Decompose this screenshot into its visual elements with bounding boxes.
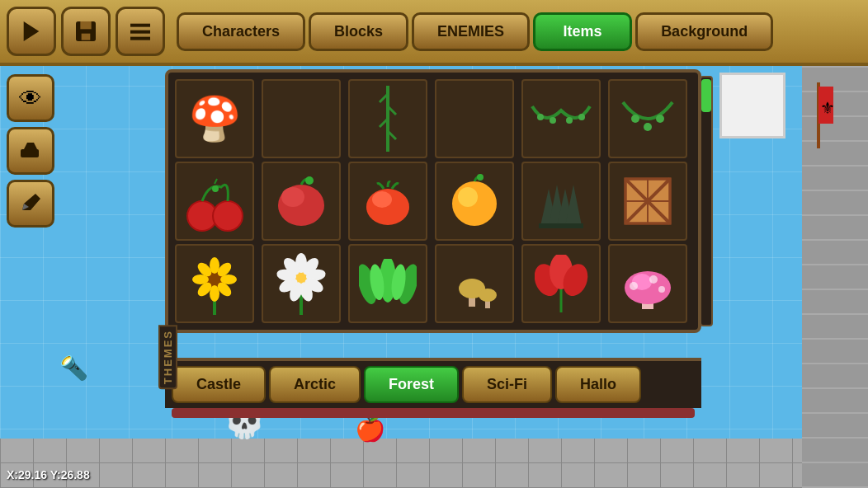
- svg-rect-5: [80, 21, 91, 29]
- item-grid: 🍄: [175, 79, 691, 323]
- svg-point-29: [212, 185, 219, 192]
- tab-blocks[interactable]: Blocks: [309, 12, 408, 51]
- item-cell-empty-1[interactable]: [262, 79, 341, 158]
- svg-rect-6: [82, 34, 91, 40]
- svg-line-28: [215, 179, 217, 184]
- theme-tab-castle[interactable]: Castle: [172, 366, 266, 403]
- eye-tool-button[interactable]: 👁: [7, 74, 54, 122]
- tab-items[interactable]: Items: [533, 12, 632, 51]
- item-cell-crate[interactable]: [608, 162, 687, 241]
- theme-bar: Castle Arctic Forest Sci-Fi Hallo: [165, 358, 701, 418]
- item-panel: 🍄: [165, 69, 701, 333]
- panel-scrollbar[interactable]: [700, 76, 713, 326]
- tab-enemies[interactable]: ENEMIES: [412, 12, 530, 51]
- save-button[interactable]: [61, 7, 111, 56]
- theme-tab-scifi[interactable]: Sci-Fi: [462, 366, 552, 403]
- coord-display: X:29.16 Y:26.88: [7, 468, 90, 481]
- main-toolbar: Characters Blocks ENEMIES Items Backgrou…: [0, 0, 868, 66]
- svg-point-89: [658, 286, 665, 293]
- svg-point-22: [578, 114, 585, 120]
- svg-point-87: [630, 282, 638, 290]
- nav-tabs: Characters Blocks ENEMIES Items Backgrou…: [177, 12, 773, 51]
- item-cell-spikes[interactable]: [521, 162, 601, 241]
- svg-point-88: [649, 275, 658, 284]
- item-cell-vine-2[interactable]: [608, 79, 687, 158]
- menu-button[interactable]: [116, 7, 165, 56]
- item-cell-grass[interactable]: [348, 244, 427, 323]
- svg-point-23: [631, 115, 639, 123]
- theme-tab-forest[interactable]: Forest: [364, 366, 459, 403]
- item-cell-flower-white[interactable]: [262, 244, 341, 323]
- svg-point-21: [566, 117, 573, 124]
- white-box: [719, 73, 785, 138]
- svg-rect-8: [130, 30, 150, 34]
- svg-point-31: [281, 187, 304, 207]
- svg-rect-7: [130, 24, 150, 27]
- item-cell-sunflower[interactable]: [175, 244, 254, 323]
- tab-characters[interactable]: Characters: [177, 12, 305, 51]
- item-cell-pink-mushroom[interactable]: [608, 244, 687, 323]
- pencil-tool-button[interactable]: [7, 180, 54, 228]
- svg-rect-42: [539, 223, 583, 228]
- svg-text:⚜: ⚜: [820, 99, 835, 117]
- play-button[interactable]: [7, 7, 56, 56]
- tab-background[interactable]: Background: [635, 12, 773, 51]
- item-cell-empty-2[interactable]: [435, 79, 514, 158]
- svg-marker-3: [24, 21, 40, 41]
- svg-point-25: [656, 115, 664, 123]
- svg-point-19: [537, 114, 544, 120]
- theme-tab-arctic[interactable]: Arctic: [269, 366, 361, 403]
- theme-tab-hallo[interactable]: Hallo: [555, 366, 641, 403]
- eraser-tool-button[interactable]: [7, 127, 54, 175]
- svg-point-36: [458, 187, 478, 207]
- svg-point-27: [213, 201, 243, 231]
- item-cell-mushroom-group[interactable]: [435, 244, 514, 323]
- left-tools: 👁: [7, 74, 54, 228]
- torch-decoration: 🔦: [59, 354, 88, 382]
- svg-point-20: [550, 117, 556, 124]
- svg-point-37: [477, 174, 484, 181]
- flag-decoration: ⚜: [802, 82, 835, 152]
- item-cell-red-plant[interactable]: [521, 244, 601, 323]
- svg-point-34: [372, 191, 392, 208]
- item-cell-garland[interactable]: [521, 79, 601, 158]
- themes-label: THEMES: [158, 325, 177, 389]
- svg-point-24: [644, 123, 652, 131]
- svg-rect-9: [130, 37, 150, 40]
- bottom-scrollbar[interactable]: [172, 408, 695, 418]
- item-cell-vine-1[interactable]: [348, 79, 427, 158]
- scrollbar-thumb: [701, 79, 711, 112]
- svg-rect-10: [21, 149, 39, 157]
- item-cell-orange[interactable]: [435, 162, 514, 241]
- theme-tabs-container: Castle Arctic Forest Sci-Fi Hallo: [165, 358, 701, 408]
- item-cell-cherries[interactable]: [175, 162, 254, 241]
- svg-marker-11: [24, 143, 37, 149]
- item-cell-apple[interactable]: [262, 162, 341, 241]
- svg-point-32: [305, 176, 314, 185]
- stone-wall: [0, 439, 868, 488]
- apple-item: 🍎: [355, 414, 385, 443]
- item-cell-mushroom[interactable]: 🍄: [175, 79, 254, 158]
- item-cell-tomato[interactable]: [348, 162, 427, 241]
- svg-point-79: [479, 289, 497, 302]
